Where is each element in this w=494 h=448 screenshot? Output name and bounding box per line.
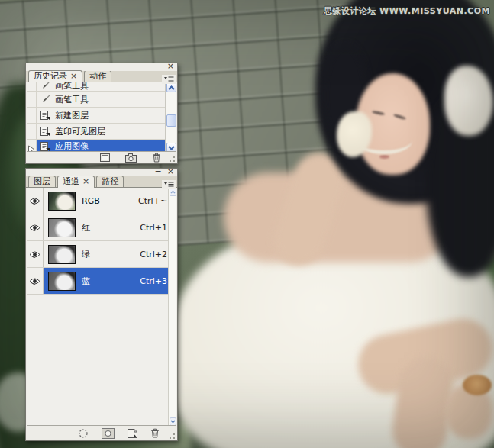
- history-state-icon: [37, 141, 53, 152]
- delete-icon[interactable]: [152, 153, 161, 163]
- visibility-eye-icon[interactable]: [27, 241, 44, 267]
- close-icon[interactable]: ×: [167, 63, 174, 70]
- new-document-from-state-icon[interactable]: [100, 153, 110, 162]
- history-item[interactable]: 新建图层: [27, 108, 176, 124]
- history-item[interactable]: 盖印可见图层: [27, 124, 176, 140]
- channel-thumbnail: [48, 245, 76, 264]
- photo-face: [356, 73, 430, 175]
- channel-shortcut: Ctrl+~: [138, 196, 167, 206]
- photo-white-dress: [173, 224, 494, 448]
- photo-leg-thigh: [353, 313, 494, 399]
- history-item-label: 新建图层: [53, 110, 89, 121]
- photo-leg-shin: [389, 354, 457, 448]
- history-item[interactable]: 画笔工具: [27, 92, 176, 108]
- save-selection-icon[interactable]: [102, 428, 115, 439]
- channel-row-blue-selected[interactable]: 蓝 Ctrl+3: [27, 268, 176, 295]
- visibility-eye-icon[interactable]: [27, 214, 44, 240]
- channel-name: 红: [76, 222, 140, 234]
- channel-thumbnail: [48, 192, 76, 211]
- photo-stone-path: [450, 185, 494, 260]
- channel-thumbnail: [48, 272, 76, 291]
- tab-channels-label: 通道: [63, 177, 79, 186]
- history-item[interactable]: 画笔工具: [27, 82, 176, 92]
- channels-tabstrip: 图层 通道 × 路径: [26, 176, 177, 188]
- history-item-label: 画笔工具: [53, 94, 89, 105]
- panel-menu-icon[interactable]: [162, 180, 176, 189]
- history-item-label: 应用图像: [53, 140, 89, 152]
- history-item-label: 盖印可见图层: [53, 126, 105, 137]
- photoshop-workspace: 思缘设计论坛 WWW.MISSYUAN.COM − × 历史记录 × 动作: [0, 0, 494, 448]
- photo-eyebrow-left: [372, 110, 385, 115]
- tab-channels[interactable]: 通道 ×: [57, 176, 95, 188]
- photo-shoulders: [224, 172, 454, 263]
- history-state-icon: [37, 110, 53, 121]
- tab-paths[interactable]: 路径: [96, 176, 124, 187]
- tab-history-label: 历史记录: [34, 72, 67, 81]
- history-window-buttons: − ×: [155, 63, 174, 70]
- photo-raised-arm: [267, 147, 351, 272]
- channels-panel-footer: [27, 425, 176, 440]
- photo-gold-bracelet: [463, 375, 492, 395]
- channel-shortcut: Ctrl+2: [140, 250, 167, 259]
- tab-history[interactable]: 历史记录 ×: [28, 70, 82, 82]
- tab-close-icon[interactable]: ×: [70, 72, 77, 81]
- minimize-icon[interactable]: −: [155, 168, 162, 176]
- history-brush-source-cell[interactable]: [27, 108, 37, 123]
- history-brush-source-cell[interactable]: [27, 124, 37, 139]
- scrollbar-thumb[interactable]: [166, 114, 176, 127]
- brush-icon: [37, 82, 53, 91]
- channel-row-rgb[interactable]: RGB Ctrl+~: [27, 188, 176, 214]
- channels-scrollbar[interactable]: [168, 188, 176, 426]
- channel-shortcut: Ctrl+1: [140, 223, 167, 233]
- channels-list: RGB Ctrl+~ 红 Ctrl+1 绿 Ctrl+2: [27, 188, 176, 426]
- photo-flower-in-hair: [444, 66, 493, 136]
- photo-lips: [379, 155, 389, 159]
- photo-grass-right: [426, 121, 494, 300]
- channel-shortcut: Ctrl+3: [140, 276, 167, 286]
- new-snapshot-icon[interactable]: [125, 153, 137, 163]
- site-watermark: 思缘设计论坛 WWW.MISSYUAN.COM: [324, 5, 490, 17]
- channel-row-green[interactable]: 绿 Ctrl+2: [27, 241, 176, 268]
- history-scrollbar[interactable]: [165, 82, 176, 153]
- tab-layers[interactable]: 图层: [28, 176, 56, 187]
- visibility-eye-icon[interactable]: [27, 268, 44, 294]
- new-channel-icon[interactable]: [128, 429, 137, 438]
- tab-actions[interactable]: 动作: [84, 70, 111, 82]
- minimize-icon[interactable]: −: [155, 63, 162, 70]
- history-brush-source-cell[interactable]: [27, 92, 37, 107]
- channel-name: 绿: [76, 249, 140, 260]
- history-brush-source-cell[interactable]: [27, 82, 37, 91]
- channel-name: 蓝: [76, 276, 140, 287]
- history-state-icon: [37, 126, 53, 137]
- brush-icon: [37, 94, 53, 105]
- photo-eyebrow-right: [393, 113, 406, 120]
- close-icon[interactable]: ×: [167, 168, 174, 176]
- photo-flower-in-hand: [337, 111, 372, 157]
- channel-row-red[interactable]: 红 Ctrl+1: [27, 214, 176, 241]
- tab-close-icon[interactable]: ×: [82, 177, 89, 186]
- tab-layers-label: 图层: [34, 177, 50, 186]
- load-selection-icon[interactable]: [78, 428, 89, 439]
- channel-thumbnail: [48, 218, 76, 237]
- resize-grip[interactable]: [169, 433, 176, 440]
- photo-hair-curl: [323, 44, 367, 147]
- photo-hair: [315, 0, 494, 204]
- visibility-eye-icon[interactable]: [27, 188, 44, 214]
- history-item-label: 画笔工具: [53, 82, 89, 91]
- resize-grip[interactable]: [169, 156, 176, 163]
- panel-menu-icon[interactable]: [162, 75, 176, 84]
- history-tabstrip: 历史记录 × 动作: [26, 71, 177, 82]
- photo-right-hand: [445, 384, 492, 439]
- history-panel: − × 历史记录 × 动作 画笔工具: [25, 63, 178, 164]
- photo-hair-right: [426, 90, 494, 277]
- channel-name: RGB: [76, 196, 138, 206]
- channels-panel-titlebar[interactable]: − ×: [26, 169, 177, 176]
- history-panel-footer: [27, 151, 176, 163]
- tab-paths-label: 路径: [102, 177, 118, 186]
- delete-channel-icon[interactable]: [150, 428, 160, 438]
- photo-neck-ribbon: [356, 127, 412, 154]
- history-list: 画笔工具 画笔工具 新建图层 盖印可见图: [27, 82, 176, 153]
- channels-panel: − × 图层 通道 × 路径 RGB: [25, 168, 178, 441]
- tab-actions-label: 动作: [89, 72, 106, 81]
- channels-window-buttons: − ×: [155, 168, 174, 176]
